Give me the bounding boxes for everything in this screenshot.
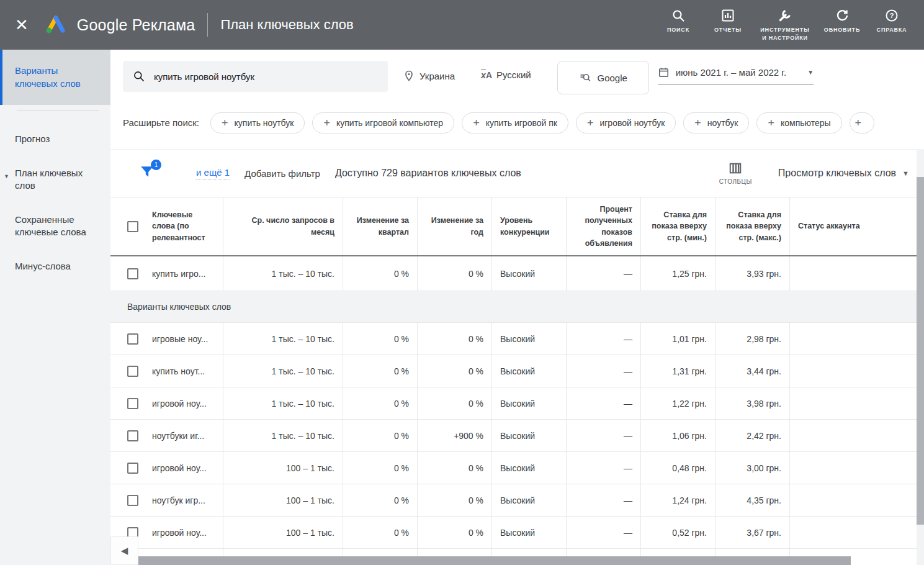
competition-cell: Высокий [492,452,567,484]
expand-search-chip[interactable]: +игровой ноутбук [576,112,676,133]
help-button[interactable]: ? СПРАВКА [868,4,915,37]
location-selector[interactable]: Украина [403,70,455,82]
expand-search-label: Расширьте поиск: [123,117,199,128]
more-filters-link[interactable]: и ещё 1 [196,167,230,179]
keyword-ideas-section-row: Варианты ключевых слов [110,291,924,323]
scroll-left-button[interactable]: ◀ [110,536,138,565]
header-competition[interactable]: Уровень конкуренции [492,197,567,255]
search-button[interactable]: ПОИСК [655,4,702,37]
row-checkbox[interactable] [127,366,138,377]
yearly-change-cell: 0 % [418,387,492,419]
plus-icon: + [222,117,228,129]
divider [207,13,208,37]
table-body: игровые ноу... 1 тыс. – 10 тыс. 0 % 0 % … [110,323,924,549]
sidebar-item-keyword-plan[interactable]: ▼ План ключевых слов [0,167,110,192]
expand-search-chip[interactable]: +купить игровой компьютер [312,112,454,133]
competition-cell: Высокий [492,387,567,419]
table-row[interactable]: игровой ноу... 100 – 1 тыс. 0 % 0 % Высо… [110,452,924,484]
expand-search-chip[interactable]: +купить игровой пк [462,112,568,133]
volume-cell: 100 – 1 тыс. [223,452,343,484]
help-icon: ? [884,8,899,23]
expand-search-chip[interactable]: +ноутбук [683,112,749,133]
header-yearly-change[interactable]: Изменение за год [418,197,492,255]
refresh-button[interactable]: ОБНОВИТЬ [819,4,866,37]
reports-button[interactable]: ОТЧЕТЫ [704,4,751,37]
row-checkbox[interactable] [127,268,138,279]
date-range-selector[interactable]: июнь 2021 г. – май 2022 г. ▼ [658,66,814,85]
keyword-cell: игровой ноу... [152,399,207,409]
row-checkbox[interactable] [127,495,138,506]
row-checkbox[interactable] [127,430,138,441]
plus-icon: + [587,117,594,129]
vertical-scrollbar[interactable] [917,149,924,565]
table-row[interactable]: игровые ноу... 1 тыс. – 10 тыс. 0 % 0 % … [110,323,924,355]
bid-high-cell: 3,00 грн. [715,452,790,484]
competition-cell: Высокий [492,256,567,291]
vertical-scrollbar-thumb[interactable] [917,177,924,525]
horizontal-scrollbar-thumb[interactable] [138,556,851,565]
sidebar-item-keyword-ideas[interactable]: Варианты ключевых слов [0,50,110,105]
table-row[interactable]: ноутбуки иг... 1 тыс. – 10 тыс. 0 % +900… [110,420,924,452]
header-keywords[interactable]: Ключевые слова (по релевантност [110,197,223,255]
header-avg-monthly-searches[interactable]: Ср. число запросов в месяц [223,197,343,255]
table-row[interactable]: игровой ноу... 1 тыс. – 10 тыс. 0 % 0 % … [110,387,924,420]
header-impression-share[interactable]: Процент полученных показов объявления [567,197,641,255]
location-value: Украина [419,71,455,81]
language-selector[interactable]: xA Русский [481,70,531,80]
chip-label: купить игровой компьютер [336,118,443,128]
account-status-cell [790,452,924,484]
competition-cell: Высокий [492,323,567,355]
sidebar-item-forecast[interactable]: Прогноз [0,133,110,145]
table-row[interactable]: ноутбук игр... 100 – 1 тыс. 0 % 0 % Высо… [110,484,924,517]
search-toolbar: купить игровой ноутбук Украина xA Русски… [110,50,924,96]
bid-low-cell: 0,48 грн. [641,452,715,484]
left-arrow-icon: ◀ [121,545,128,556]
columns-icon [729,161,742,175]
network-selector[interactable]: Google [557,61,649,94]
bid-high-cell: 4,35 грн. [715,484,790,516]
row-checkbox[interactable] [127,463,138,474]
chip-label: ноутбук [707,118,738,128]
competition-cell: Высокий [492,484,567,516]
impression-share-cell: — [567,452,641,484]
select-all-checkbox[interactable] [127,221,138,232]
header-account-status[interactable]: Статус аккаунта [790,197,924,255]
bid-low-cell: 1,25 грн. [641,256,715,291]
network-value: Google [598,73,627,83]
tools-settings-button[interactable]: ИНСТРУМЕНТЫ И НАСТРОЙКИ [754,4,816,45]
svg-text:?: ? [890,12,894,20]
keyword-view-selector[interactable]: Просмотр ключевых слов ▼ [778,168,909,179]
volume-cell: 1 тыс. – 10 тыс. [223,323,343,355]
add-filter-button[interactable]: Добавить фильтр [244,168,320,179]
header-top-bid-high[interactable]: Ставка для показа вверху стр. (макс.) [715,197,790,255]
expand-search-chip[interactable]: +купить ноутбук [210,112,305,133]
keyword-cell: игровые ноу... [152,334,208,344]
divider [17,111,99,111]
network-search-icon [579,71,591,84]
row-checkbox[interactable] [127,333,138,345]
date-range-value: июнь 2021 г. – май 2022 г. [676,67,786,78]
expand-search-chip-clipped[interactable]: + [850,112,874,133]
row-checkbox[interactable] [127,398,138,409]
header-top-bid-low[interactable]: Ставка для показа вверху стр. (мин.) [641,197,715,255]
sidebar-item-negative-keywords[interactable]: Минус-слова [0,260,110,273]
account-status-cell [790,323,924,355]
keyword-cell: купить игро... [152,269,205,279]
columns-label: СТОЛБЦЫ [719,178,752,185]
table-row[interactable]: игровой ноу... 100 – 1 тыс. 0 % 0 % Высо… [110,517,924,549]
columns-button[interactable]: СТОЛБЦЫ [719,161,752,185]
keyword-search-input[interactable]: купить игровой ноутбук [123,61,388,92]
expand-search-chip[interactable]: +компьютеры [756,112,841,133]
account-status-cell [790,420,924,451]
filter-button[interactable]: 1 [139,163,158,183]
close-icon[interactable]: ✕ [15,17,29,33]
plus-icon: + [694,117,701,129]
calendar-icon [658,66,670,78]
plus-icon: + [473,117,480,129]
table-row-seed[interactable]: купить игро... 1 тыс. – 10 тыс. 0 % 0 % … [110,256,924,291]
sidebar-item-saved-keywords[interactable]: Сохраненные ключевые слова [0,214,110,238]
yearly-change-cell: 0 % [418,484,492,516]
sidebar: Варианты ключевых слов Прогноз ▼ План кл… [0,50,110,565]
table-row[interactable]: купить ноут... 1 тыс. – 10 тыс. 0 % 0 % … [110,355,924,387]
header-quarterly-change[interactable]: Изменение за квартал [343,197,418,255]
